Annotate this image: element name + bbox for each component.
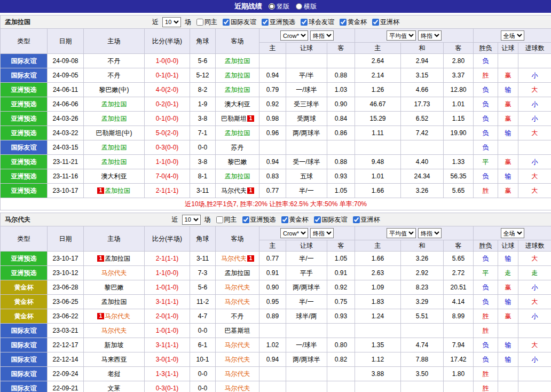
home-team[interactable]: 文莱: [107, 385, 121, 392]
league-filter-checkbox-input[interactable]: [372, 19, 379, 26]
away-team[interactable]: 孟加拉国: [224, 86, 251, 93]
score: 2-1(1-1): [145, 184, 190, 198]
match-row: 国际友谊22-12-14马来西亚3-0(1-0)10-1马尔代夫0.94两/两球…: [1, 352, 551, 367]
same-home-checkbox-input[interactable]: [216, 216, 223, 223]
away-team[interactable]: 马尔代夫: [224, 370, 251, 378]
result-cell: 负: [474, 352, 498, 367]
home-team[interactable]: 孟加拉国: [104, 187, 131, 194]
league-filter-checkbox-input[interactable]: [281, 216, 288, 223]
full-match-select[interactable]: 全场: [501, 30, 524, 41]
away-team[interactable]: 孟加拉国: [224, 129, 251, 137]
home-team[interactable]: 孟加拉国: [101, 100, 128, 108]
home-team[interactable]: 黎巴嫩: [104, 284, 124, 291]
away-team[interactable]: 巴勒斯坦: [221, 115, 247, 122]
home-team[interactable]: 黎巴嫩(中): [99, 86, 130, 93]
final-odds-select-2[interactable]: 终指: [418, 30, 442, 41]
home-team[interactable]: 不丹: [107, 57, 121, 65]
final-odds-select[interactable]: 终指: [310, 30, 334, 41]
final-odds-select[interactable]: 终指: [310, 228, 334, 238]
away-team[interactable]: 马尔代夫: [224, 341, 251, 349]
away-team[interactable]: 马尔代夫: [224, 284, 251, 291]
league-filter-checkbox-input[interactable]: [262, 19, 269, 26]
home-team[interactable]: 孟加拉国: [101, 144, 128, 151]
league-filter-checkbox[interactable]: 黄金杯: [340, 18, 367, 27]
away-team[interactable]: 孟加拉国: [224, 173, 251, 180]
odds-cell: [286, 324, 327, 338]
odds-cell: 半/一: [286, 184, 327, 198]
home-team[interactable]: 马来西亚: [101, 356, 128, 363]
final-odds-select-2[interactable]: 终指: [418, 228, 442, 238]
league-filter-checkbox[interactable]: 国际友谊: [223, 18, 256, 27]
away-team[interactable]: 马尔代夫: [224, 385, 251, 392]
layout-vertical-radio[interactable]: 竖版: [269, 2, 289, 11]
league-filter-checkbox[interactable]: 亚洲预选: [262, 18, 295, 27]
home-team[interactable]: 老挝: [107, 370, 121, 378]
league-filter-checkbox-input[interactable]: [223, 19, 230, 26]
league-filter-checkbox[interactable]: 亚洲预选: [242, 215, 276, 224]
away-team[interactable]: 马尔代夫: [224, 298, 251, 305]
home-team[interactable]: 孟加拉国: [101, 298, 128, 305]
bookmaker-select[interactable]: Crow*: [280, 30, 308, 41]
league-filter-checkbox[interactable]: 黄金杯: [281, 215, 309, 224]
col-subheader-avg_a: 客: [444, 240, 474, 252]
league-filter-checkbox[interactable]: 国际友谊: [314, 215, 348, 224]
home-team[interactable]: 马尔代夫: [101, 327, 128, 334]
away-team[interactable]: 孟加拉国: [224, 269, 251, 277]
league-filter-checkbox[interactable]: 球会友谊: [301, 18, 334, 27]
away-team[interactable]: 黎巴嫩: [227, 158, 248, 166]
league-filter-checkbox-input[interactable]: [314, 216, 321, 223]
home-team[interactable]: 孟加拉国: [104, 255, 131, 262]
away-team[interactable]: 苏丹: [231, 144, 245, 151]
horizontal-radio-input[interactable]: [296, 3, 302, 10]
league-filter-checkbox-input[interactable]: [301, 19, 308, 26]
score: 1-3(1-1): [145, 367, 190, 381]
home-team[interactable]: 不丹: [107, 72, 121, 79]
average-odds-select[interactable]: 平均值: [387, 228, 416, 238]
league-filter-checkbox[interactable]: 亚洲杯: [353, 215, 380, 224]
league-filter-checkbox-input[interactable]: [340, 19, 347, 26]
home-team[interactable]: 马尔代夫: [101, 269, 128, 277]
odds-cell: [286, 54, 327, 68]
away-team[interactable]: 巴基斯坦: [224, 327, 251, 334]
same-home-checkbox[interactable]: 同主: [216, 215, 237, 224]
col-header-home: 主场: [84, 29, 145, 54]
bookmaker-select[interactable]: Crow*: [280, 228, 308, 238]
away-team[interactable]: 孟加拉国: [224, 57, 251, 65]
home-team-cell: 孟加拉国: [84, 155, 145, 169]
recent-count-select[interactable]: 10: [162, 17, 181, 27]
recent-count-select[interactable]: 10: [182, 215, 201, 225]
away-team-cell: 不丹: [216, 309, 259, 324]
full-match-select[interactable]: 全场: [501, 228, 524, 238]
home-team[interactable]: 巴勒斯坦(中): [96, 129, 133, 137]
same-home-checkbox-input[interactable]: [196, 19, 203, 26]
average-odds-select[interactable]: 平均值: [387, 30, 416, 41]
home-team[interactable]: 孟加拉国: [101, 115, 128, 122]
same-home-checkbox[interactable]: 同主: [196, 18, 217, 27]
match-date: 24-06-11: [48, 83, 84, 97]
away-team[interactable]: 不丹: [231, 312, 245, 320]
result-cell: 大: [518, 83, 551, 97]
away-team[interactable]: 马尔代夫: [221, 255, 247, 262]
odds-cell: 5.65: [444, 252, 474, 266]
home-team[interactable]: 澳大利亚: [101, 173, 128, 180]
layout-horizontal-radio[interactable]: 横版: [296, 2, 317, 11]
home-team-cell: 不丹: [84, 68, 145, 83]
home-team[interactable]: 新加坡: [104, 341, 124, 349]
odds-cell: 8.23: [401, 280, 444, 295]
away-team-cell: 马尔代夫: [216, 280, 259, 295]
match-date: 23-10-17: [48, 252, 84, 266]
away-team[interactable]: 马尔代夫: [224, 356, 251, 363]
col-subheader-h: 主: [259, 43, 286, 54]
vertical-radio-input[interactable]: [269, 3, 275, 10]
league-filter-checkbox[interactable]: 亚洲杯: [372, 18, 399, 27]
away-team[interactable]: 马尔代夫: [221, 187, 247, 194]
home-team[interactable]: 孟加拉国: [101, 158, 128, 166]
table-header-row: 类型日期主场比分(半场)角球客场Crow*终指平均值终指全场: [1, 29, 551, 43]
odds-cell: 4.14: [444, 295, 474, 309]
league-filter-checkbox-input[interactable]: [242, 216, 249, 223]
away-team[interactable]: 孟加拉国: [224, 72, 251, 79]
result-cell: 输: [498, 252, 518, 266]
away-team[interactable]: 澳大利亚: [224, 100, 251, 108]
home-team[interactable]: 马尔代夫: [104, 312, 131, 320]
league-filter-checkbox-input[interactable]: [353, 216, 360, 223]
